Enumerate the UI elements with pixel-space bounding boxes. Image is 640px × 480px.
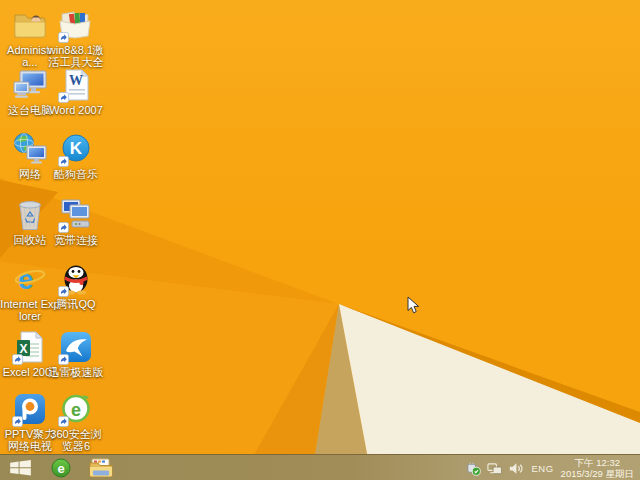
network-icon <box>12 132 48 166</box>
safely-remove-hardware-icon[interactable] <box>466 461 481 476</box>
user-folder-icon <box>12 8 48 42</box>
language-indicator[interactable]: ENG <box>532 463 554 474</box>
taskbar: e <box>0 454 640 480</box>
start-button[interactable] <box>2 455 38 480</box>
shortcut-arrow-icon <box>58 416 69 427</box>
clock-time: 下午 12:32 <box>561 457 634 468</box>
desktop-icon-360-browser[interactable]: e 360安全浏览器6 <box>46 392 106 452</box>
shortcut-arrow-icon <box>58 156 69 167</box>
desktop-icon-label: Word 2007 <box>46 104 106 116</box>
desktop-icon-word[interactable]: W Word 2007 <box>46 68 106 116</box>
shortcut-arrow-icon <box>58 286 69 297</box>
desktop-icon-label: 腾讯QQ <box>46 298 106 310</box>
svg-text:K: K <box>70 139 83 158</box>
desktop-icon-activation-tools[interactable]: win8&8.1激活工具大全 <box>46 8 106 68</box>
shortcut-arrow-icon <box>58 354 69 365</box>
network-status-icon[interactable] <box>487 461 502 476</box>
desktop-icon-label: win8&8.1激活工具大全 <box>46 44 106 68</box>
desktop-icon-label: 迅雷极速版 <box>46 366 106 378</box>
shortcut-arrow-icon <box>58 32 69 43</box>
file-explorer-icon <box>89 458 113 478</box>
desktop-icon-label: 360安全浏览器6 <box>46 428 106 452</box>
desktop-icon-broadband[interactable]: 宽带连接 <box>46 198 106 246</box>
desktop-icon-qq[interactable]: 腾讯QQ <box>46 262 106 310</box>
taskbar-file-explorer-button[interactable] <box>84 455 118 480</box>
shortcut-arrow-icon <box>12 416 23 427</box>
desktop-icon-label: 宽带连接 <box>46 234 106 246</box>
internet-explorer-icon: e <box>13 262 47 296</box>
svg-text:e: e <box>18 264 34 295</box>
this-pc-icon <box>12 68 48 102</box>
windows-logo-icon <box>10 460 31 476</box>
recycle-bin-icon <box>13 198 47 232</box>
clock[interactable]: 下午 12:32 2015/3/29 星期日 <box>561 457 634 479</box>
360-browser-taskbar-icon: e <box>51 458 71 478</box>
svg-text:e: e <box>71 400 81 420</box>
shortcut-arrow-icon <box>58 92 69 103</box>
taskbar-360-browser-button[interactable]: e <box>44 455 78 480</box>
mouse-cursor <box>407 296 420 315</box>
svg-text:W: W <box>69 73 83 88</box>
desktop-icon-kugou[interactable]: K 酷狗音乐 <box>46 132 106 180</box>
shortcut-arrow-icon <box>58 222 69 233</box>
desktop-icon-label: 酷狗音乐 <box>46 168 106 180</box>
volume-icon[interactable] <box>508 461 523 476</box>
clock-date: 2015/3/29 星期日 <box>561 468 634 479</box>
system-tray: ENG 下午 12:32 2015/3/29 星期日 <box>463 455 639 480</box>
shortcut-arrow-icon <box>12 354 23 365</box>
svg-text:e: e <box>57 461 64 476</box>
desktop-icon-xunlei[interactable]: 迅雷极速版 <box>46 330 106 378</box>
